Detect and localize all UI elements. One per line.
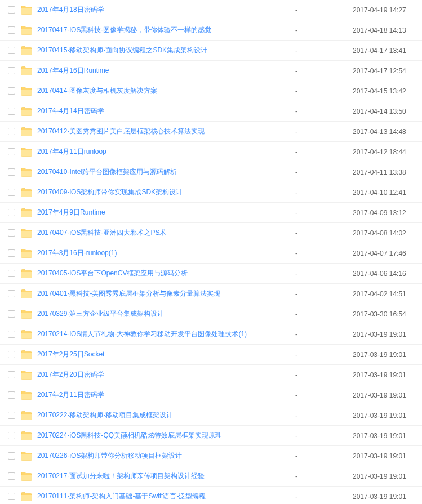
file-row[interactable]: 20170405-iOS平台下OpenCV框架应用与源码分析-2017-04-0… bbox=[0, 264, 422, 284]
row-checkbox[interactable] bbox=[8, 270, 15, 277]
folder-icon bbox=[21, 168, 32, 177]
file-size: - bbox=[291, 168, 353, 176]
file-row[interactable]: 2017年4月14日密码学-2017-04-14 13:50 bbox=[0, 101, 422, 122]
folder-icon bbox=[21, 350, 32, 359]
row-checkbox[interactable] bbox=[8, 67, 15, 74]
row-checkbox[interactable] bbox=[8, 290, 15, 297]
file-name[interactable]: 20170214-iOS情人节礼物-大神教你学习移动开发平台图像处理技术(1) bbox=[35, 329, 291, 339]
row-checkbox[interactable] bbox=[8, 168, 15, 176]
file-name[interactable]: 2017年3月16日-runloop(1) bbox=[35, 248, 291, 258]
file-name[interactable]: 20170329-第三方企业级平台集成架构设计 bbox=[35, 309, 291, 319]
file-size: - bbox=[291, 270, 353, 278]
file-name[interactable]: 20170409-iOS架构师带你实现集成SDK架构设计 bbox=[35, 188, 291, 197]
file-name[interactable]: 20170224-iOS黑科技-QQ美颜相机酷炫特效底层框架实现原理 bbox=[35, 431, 291, 440]
file-name[interactable]: 2017年4月16日Runtime bbox=[35, 66, 291, 75]
row-checkbox[interactable] bbox=[8, 47, 15, 54]
row-checkbox[interactable] bbox=[8, 249, 15, 257]
folder-icon bbox=[21, 431, 32, 440]
file-name[interactable]: 2017年4月11日runloop bbox=[35, 147, 291, 157]
icon-cell bbox=[18, 350, 35, 359]
row-checkbox[interactable] bbox=[8, 229, 15, 237]
file-date: 2017-04-12 18:44 bbox=[353, 148, 417, 156]
file-row[interactable]: 20170414-图像灰度与相机灰度解决方案-2017-04-15 13:42 bbox=[0, 81, 422, 101]
row-checkbox[interactable] bbox=[8, 432, 15, 439]
file-size: - bbox=[291, 128, 353, 136]
file-name[interactable]: 20170414-图像灰度与相机灰度解决方案 bbox=[35, 86, 291, 96]
row-checkbox[interactable] bbox=[8, 371, 15, 378]
file-row[interactable]: 20170401-黑科技-美图秀秀底层框架分析与像素分量算法实现-2017-04… bbox=[0, 284, 422, 304]
file-row[interactable]: 2017年2月25日Socket-2017-03-19 19:01 bbox=[0, 345, 422, 365]
file-date: 2017-04-11 13:38 bbox=[353, 168, 417, 176]
file-row[interactable]: 2017年2月20日密码学-2017-03-19 19:01 bbox=[0, 365, 422, 385]
file-row[interactable]: 2017年4月9日Runtime-2017-04-09 13:12 bbox=[0, 203, 422, 223]
file-size: - bbox=[291, 148, 353, 156]
folder-icon bbox=[21, 492, 32, 501]
row-checkbox[interactable] bbox=[8, 128, 15, 135]
row-checkbox[interactable] bbox=[8, 26, 15, 34]
file-date: 2017-03-19 19:01 bbox=[353, 371, 417, 379]
file-row[interactable]: 20170409-iOS架构师带你实现集成SDK架构设计-2017-04-10 … bbox=[0, 182, 422, 203]
row-checkbox[interactable] bbox=[8, 452, 15, 460]
icon-cell bbox=[18, 168, 35, 177]
row-checkbox[interactable] bbox=[8, 493, 15, 500]
row-checkbox[interactable] bbox=[8, 310, 15, 318]
file-row[interactable]: 20170417-iOS黑科技-图像学揭秘，带你体验不一样的感觉-2017-04… bbox=[0, 20, 422, 41]
row-checkbox[interactable] bbox=[8, 472, 15, 480]
file-name[interactable]: 2017年4月18日密码学 bbox=[35, 5, 291, 15]
row-checkbox[interactable] bbox=[8, 148, 15, 155]
file-row[interactable]: 20170224-iOS黑科技-QQ美颜相机酷炫特效底层框架实现原理-2017-… bbox=[0, 426, 422, 446]
file-row[interactable]: 2017年3月16日-runloop(1)-2017-04-07 17:46 bbox=[0, 243, 422, 264]
file-name[interactable]: 20170217-面试加分来啦！架构师亲传项目架构设计经验 bbox=[35, 471, 291, 481]
file-row[interactable]: 2017年4月11日runloop-2017-04-12 18:44 bbox=[0, 142, 422, 162]
file-date: 2017-04-06 14:16 bbox=[353, 270, 417, 278]
row-checkbox[interactable] bbox=[8, 189, 15, 196]
file-name[interactable]: 2017年4月9日Runtime bbox=[35, 208, 291, 217]
file-date: 2017-03-19 19:01 bbox=[353, 412, 417, 420]
file-name[interactable]: 2017年2月20日密码学 bbox=[35, 370, 291, 380]
file-row[interactable]: 20170415-移动架构师-面向协议编程之SDK集成架构设计-2017-04-… bbox=[0, 41, 422, 61]
file-row[interactable]: 20170222-移动架构师-移动项目集成框架设计-2017-03-19 19:… bbox=[0, 405, 422, 426]
file-row[interactable]: 20170329-第三方企业级平台集成架构设计-2017-03-30 16:54 bbox=[0, 304, 422, 324]
file-name[interactable]: 2017年2月25日Socket bbox=[35, 350, 291, 359]
file-date: 2017-04-07 17:46 bbox=[353, 249, 417, 257]
file-name[interactable]: 20170410-Intel跨平台图像框架应用与源码解析 bbox=[35, 167, 291, 177]
file-row[interactable]: 2017年4月18日密码学-2017-04-19 14:27 bbox=[0, 0, 422, 20]
folder-icon bbox=[21, 330, 32, 339]
row-checkbox[interactable] bbox=[8, 6, 15, 14]
checkbox-cell bbox=[5, 249, 18, 257]
file-row[interactable]: 20170226-iOS架构师带你分析移动项目框架设计-2017-03-19 1… bbox=[0, 446, 422, 466]
file-name[interactable]: 20170226-iOS架构师带你分析移动项目框架设计 bbox=[35, 451, 291, 461]
file-date: 2017-04-17 13:41 bbox=[353, 47, 417, 55]
file-row[interactable]: 20170217-面试加分来啦！架构师亲传项目架构设计经验-2017-03-19… bbox=[0, 466, 422, 487]
file-size: - bbox=[291, 108, 353, 115]
file-row[interactable]: 20170412-美图秀秀图片美白底层框架核心技术算法实现-2017-04-13… bbox=[0, 122, 422, 142]
file-name[interactable]: 20170417-iOS黑科技-图像学揭秘，带你体验不一样的感觉 bbox=[35, 25, 291, 35]
row-checkbox[interactable] bbox=[8, 87, 15, 95]
folder-icon bbox=[21, 6, 32, 15]
file-name[interactable]: 20170407-iOS黑科技-亚洲四大邪术之PS术 bbox=[35, 228, 291, 238]
file-name[interactable]: 20170111-架构师-架构入门基础-基于Swift语言-泛型编程 bbox=[35, 492, 291, 501]
checkbox-cell bbox=[5, 472, 18, 480]
file-row[interactable]: 20170407-iOS黑科技-亚洲四大邪术之PS术-2017-04-08 14… bbox=[0, 223, 422, 243]
file-row[interactable]: 2017年4月16日Runtime-2017-04-17 12:54 bbox=[0, 61, 422, 81]
file-name[interactable]: 20170415-移动架构师-面向协议编程之SDK集成架构设计 bbox=[35, 46, 291, 55]
file-name[interactable]: 20170405-iOS平台下OpenCV框架应用与源码分析 bbox=[35, 269, 291, 278]
row-checkbox[interactable] bbox=[8, 412, 15, 419]
file-name[interactable]: 20170401-黑科技-美图秀秀底层框架分析与像素分量算法实现 bbox=[35, 289, 291, 298]
file-name[interactable]: 2017年2月11日密码学 bbox=[35, 390, 291, 400]
row-checkbox[interactable] bbox=[8, 391, 15, 399]
file-row[interactable]: 20170410-Intel跨平台图像框架应用与源码解析-2017-04-11 … bbox=[0, 162, 422, 182]
folder-icon bbox=[21, 127, 32, 136]
file-name[interactable]: 2017年4月14日密码学 bbox=[35, 106, 291, 116]
row-checkbox[interactable] bbox=[8, 351, 15, 358]
row-checkbox[interactable] bbox=[8, 209, 15, 216]
file-name[interactable]: 20170412-美图秀秀图片美白底层框架核心技术算法实现 bbox=[35, 127, 291, 136]
file-size: - bbox=[291, 229, 353, 237]
file-row[interactable]: 2017年2月11日密码学-2017-03-19 19:01 bbox=[0, 385, 422, 405]
file-name[interactable]: 20170222-移动架构师-移动项目集成框架设计 bbox=[35, 411, 291, 420]
file-row[interactable]: 20170111-架构师-架构入门基础-基于Swift语言-泛型编程-2017-… bbox=[0, 487, 422, 504]
icon-cell bbox=[18, 46, 35, 55]
row-checkbox[interactable] bbox=[8, 108, 15, 115]
file-row[interactable]: 20170214-iOS情人节礼物-大神教你学习移动开发平台图像处理技术(1)-… bbox=[0, 324, 422, 345]
row-checkbox[interactable] bbox=[8, 331, 15, 338]
